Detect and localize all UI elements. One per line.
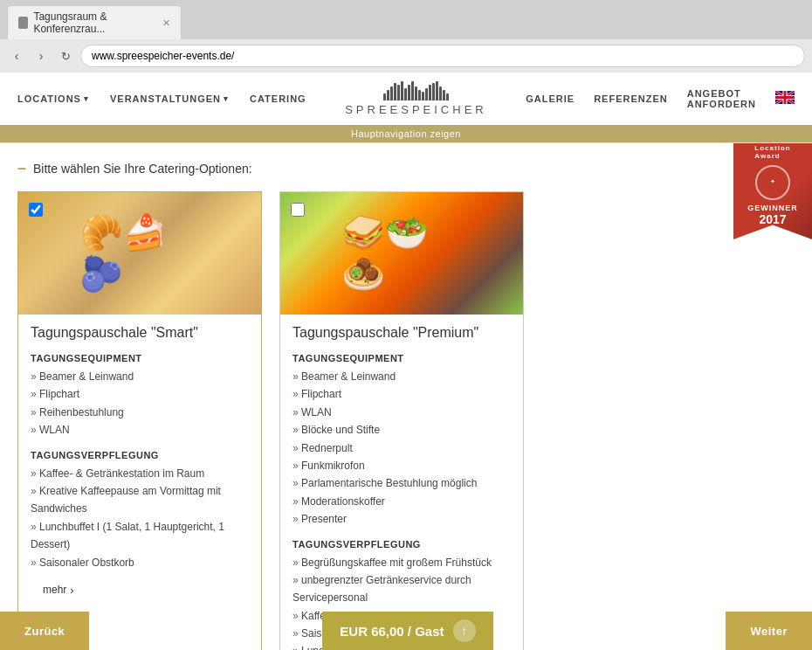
card-smart-more-label: mehr [43,584,66,596]
list-item: Flipchart [292,385,511,403]
list-item: Beamer & Leinwand [31,368,249,385]
more-arrow-icon: › [70,584,73,597]
browser-tab[interactable]: Tagungsraum & Konferenzrau... ✕ [7,5,182,39]
price-text: EUR 66,00 / Gast [340,624,444,639]
nav-right: GALERIE REFERENZEN ANGEBOT ANFORDERN [526,88,795,109]
back-button[interactable]: ‹ [7,46,26,66]
card-premium-equipment-list: Beamer & Leinwand Flipchart WLAN Blöcke … [292,368,511,529]
nav-item-referenzen[interactable]: REFERENZEN [594,93,668,104]
nav-item-locations[interactable]: LOCATIONS ▾ [17,93,89,104]
card-smart-checkbox[interactable] [29,203,43,219]
award-year: 2017 [759,212,786,226]
browser-toolbar: ‹ › ↻ [0,39,812,73]
list-item: Kaffee- & Getränkestation im Raum [31,465,249,482]
card-smart-title: Tagungspauschale "Smart" [31,325,249,341]
card-smart-verpflegung-list: Kaffee- & Getränkestation im Raum Kreati… [31,465,249,571]
list-item: WLAN [292,404,511,421]
nav-item-galerie[interactable]: GALERIE [526,93,575,104]
card-premium-checkbox[interactable] [291,203,305,219]
logo-icon [383,81,449,100]
address-bar[interactable] [80,45,805,67]
nav-logo[interactable]: SPREESPEICHER [306,81,526,116]
card-smart: Tagungspauschale "Smart" TAGUNGSEQUIPMEN… [17,191,262,650]
price-bar[interactable]: EUR 66,00 / Gast ↑ [322,612,492,650]
browser-chrome: Tagungsraum & Konferenzrau... ✕ ‹ › ↻ [0,0,812,73]
award-circle: ✦ [755,165,790,200]
refresh-button[interactable]: ↻ [56,46,75,66]
nav-left: LOCATIONS ▾ VERANSTALTUNGEN ▾ CATERING [17,93,306,104]
forward-button[interactable]: › [31,46,51,66]
list-item: Reihenbestuhlung [31,404,249,421]
tab-favicon [18,17,28,29]
language-flag[interactable] [775,91,795,107]
list-item: Rednerpult [292,439,511,457]
nav-item-angebot[interactable]: ANGEBOT ANFORDERN [687,88,756,109]
section-toggle-icon[interactable]: – [17,159,26,177]
list-item: Presenter [292,510,511,528]
subnav-label: Hauptnavigation zeigen [351,128,461,139]
list-item: unbegrenzter Getränkeservice durch Servi… [292,571,511,607]
list-item: Kreative Kaffeepause am Vormittag mit Sa… [31,482,249,518]
back-button[interactable]: Zurück [0,612,89,650]
award-title: LocationAward [754,144,790,160]
section-title-text: Bitte wählen Sie Ihre Catering-Optionen: [33,162,252,176]
logo-text: SPREESPEICHER [345,103,487,116]
card-smart-equipment-list: Beamer & Leinwand Flipchart Reihenbestuh… [31,368,249,439]
main-nav: LOCATIONS ▾ VERANSTALTUNGEN ▾ CATERING [0,73,812,125]
next-button[interactable]: Weiter [726,612,812,650]
list-item: Saisonaler Obstkorb [31,554,249,571]
nav-item-veranstaltungen[interactable]: VERANSTALTUNGEN ▾ [110,93,229,104]
price-up-icon: ↑ [453,619,476,642]
card-smart-more-btn[interactable]: mehr › [31,584,74,597]
nav-label-locations: LOCATIONS [17,93,81,104]
site-header: LOCATIONS ▾ VERANSTALTUNGEN ▾ CATERING [0,73,812,143]
card-premium: Tagungspauschale "Premium" TAGUNGSEQUIPM… [279,191,524,650]
premium-checkbox-input[interactable] [291,203,305,217]
card-premium-title: Tagungspauschale "Premium" [292,325,511,341]
list-item: Lunchbuffet I (1 Salat, 1 Hauptgericht, … [31,518,249,554]
award-badge: LocationAward ✦ GEWINNER 2017 [733,143,812,239]
card-premium-image [280,192,523,315]
card-smart-equipment-label: TAGUNGSEQUIPMENT [31,353,249,363]
card-smart-verpflegung-label: TAGUNGSVERPFLEGUNG [31,450,249,460]
list-item: Funkmikrofon [292,457,511,474]
card-smart-body: Tagungspauschale "Smart" TAGUNGSEQUIPMEN… [18,315,261,597]
nav-label-catering: CATERING [250,93,306,104]
card-premium-verpflegung-label: TAGUNGSVERPFLEGUNG [292,539,511,550]
list-item: Beamer & Leinwand [292,368,511,385]
tab-close-btn[interactable]: ✕ [162,17,170,29]
card-premium-equipment-label: TAGUNGSEQUIPMENT [292,353,511,363]
chevron-down-icon: ▾ [224,94,229,103]
subnav-bar[interactable]: Hauptnavigation zeigen [0,125,812,142]
award-inner: ✦ [770,178,775,185]
tab-label: Tagungsraum & Konferenzrau... [33,10,154,35]
list-item: Blöcke und Stifte [292,421,511,439]
list-item: WLAN [31,421,249,439]
award-winner-label: GEWINNER [747,204,798,212]
list-item: Moderationskoffer [292,493,511,510]
up-arrow: ↑ [461,624,467,638]
page-content: LocationAward ✦ GEWINNER 2017 – Bitte wä… [0,143,812,650]
list-item: Parlamentarische Bestuhlung möglich [292,474,511,492]
cards-container: Tagungspauschale "Smart" TAGUNGSEQUIPMEN… [17,191,795,650]
card-smart-image [18,192,261,315]
nav-item-catering[interactable]: CATERING [250,93,306,104]
list-item: Flipchart [31,385,249,403]
section-title: – Bitte wählen Sie Ihre Catering-Optione… [17,143,795,191]
list-item: Begrüßungskaffee mit großem Frühstück [292,554,511,571]
chevron-down-icon: ▾ [84,94,89,103]
smart-checkbox-input[interactable] [29,203,43,217]
card-premium-body: Tagungspauschale "Premium" TAGUNGSEQUIPM… [280,315,523,650]
nav-label-veranstaltungen: VERANSTALTUNGEN [110,93,221,104]
